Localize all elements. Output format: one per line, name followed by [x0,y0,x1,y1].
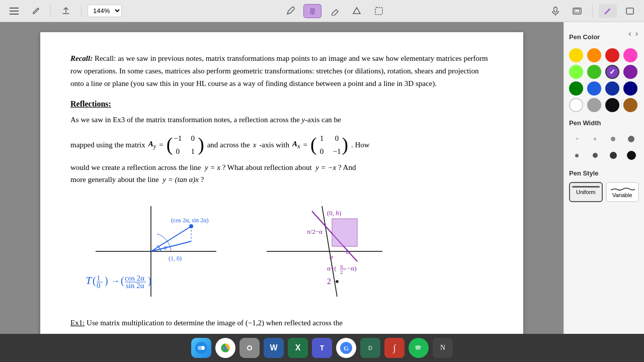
taskbar-spotify[interactable] [409,338,429,358]
equals-sign-1: = [159,139,163,151]
uniform-label: Uniform [576,189,596,195]
toolbar-separator-2 [81,5,82,17]
color-navy[interactable] [623,81,637,96]
color-green[interactable] [587,65,601,79]
svg-marker-35 [332,219,357,246]
taskbar-chrome[interactable] [215,338,235,358]
pen-tool-button[interactable] [281,4,299,18]
color-pink[interactable] [623,48,637,62]
svg-text:−α): −α) [347,264,356,272]
svg-text:π: π [340,263,343,269]
shape-tool-button[interactable] [348,4,366,18]
width-lg[interactable] [623,132,639,146]
matrix-formula-line: mapped using the matrix Ay = ( −1 0 0 1 … [70,132,493,157]
color-dark-blue[interactable] [605,81,619,96]
style-variable[interactable]: Variable [606,182,639,202]
equals-sign-2: = [303,139,307,151]
browser2-icon: G [339,341,353,355]
right-bracket-y: ) [198,135,204,154]
excel-icon-label: X [295,343,301,352]
zoom-selector[interactable]: 144% 100% 125% 150% [88,5,122,17]
style-uniform[interactable]: Uniform [569,182,603,202]
m-y-21: 0 [174,145,182,157]
color-gray[interactable] [587,98,601,112]
color-violet[interactable] [623,65,637,79]
svg-text:sin 2α: sin 2α [126,282,144,290]
color-yellow[interactable] [569,48,583,62]
right-bracket-x: ) [342,135,348,154]
taskbar-finder[interactable] [191,338,211,358]
eraser-button[interactable] [326,4,344,18]
color-red[interactable] [605,48,619,62]
svg-text:→: → [111,276,120,286]
selection-tool-button[interactable] [370,4,388,18]
m-x-11: 1 [317,132,326,144]
x-axis-ref: x [253,139,257,151]
svg-rect-2 [10,14,19,15]
check-mark: ✓ [610,68,615,76]
ex1-text: Use matrix multiplication to determine t… [87,319,343,327]
taskbar-browser2[interactable]: G [336,338,356,358]
svg-text:b: b [346,248,350,255]
svg-text:2: 2 [340,269,343,275]
ex1-label: Ex1: [70,319,85,327]
chevron-right-button[interactable]: › [634,29,639,38]
svg-point-19 [189,224,193,228]
color-orange[interactable] [587,48,601,62]
share-button[interactable] [57,4,75,18]
width-md[interactable] [605,132,621,146]
width-lg2[interactable] [605,148,621,162]
taskbar-system-prefs[interactable] [239,338,260,358]
taskbar-word[interactable]: W [264,338,284,358]
left-sketch: α (cos 2α, sin 2α) (1, 0) T ( 1 0 ) [70,196,226,307]
screen-button[interactable] [568,5,586,17]
color-white[interactable] [569,98,583,112]
app10-icon: N [440,344,445,352]
ex1-line: Ex1: Use matrix multiplication to determ… [70,317,493,329]
sidebar-toggle-button[interactable] [5,5,23,17]
width-xs[interactable] [569,132,585,146]
y-tan: y = (tan α)x [163,175,199,184]
system-prefs-icon [243,341,257,355]
pen-width-title: Pen Width [569,119,639,127]
document-page: Recall: Recall: as we saw in previous no… [40,32,523,334]
width-sm[interactable] [587,132,603,146]
reflections-title: Reflections: [70,98,493,111]
svg-text:T: T [86,274,93,287]
color-purple-selected[interactable]: ✓ [605,65,619,79]
svg-text:): ) [148,275,151,287]
document-area[interactable]: Recall: Recall: as we saw in previous no… [0,22,564,334]
toolbar-separator-3 [592,5,593,17]
tablet-button[interactable] [621,4,639,18]
taskbar-desmos[interactable]: D [360,338,380,358]
matrix-x: ( 1 0 0 −1 ) [310,132,348,157]
color-brown[interactable] [623,98,637,112]
microphone-button[interactable] [547,4,564,18]
edit-toggle-button[interactable] [27,5,44,18]
highlighter-button[interactable] [303,4,321,18]
color-black[interactable] [605,98,619,112]
left-bracket-x: ( [310,135,317,154]
m-x-22: −1 [333,145,341,157]
chevron-left-button[interactable]: ‹ [627,29,632,38]
svg-rect-3 [310,8,315,14]
width-sm2[interactable] [569,148,585,162]
A-x-label: Ax [292,138,300,151]
taskbar-teams[interactable]: T [312,338,332,358]
color-blue[interactable] [587,81,601,96]
spotify-icon [413,342,425,354]
svg-text:α: α [330,253,334,260]
color-light-green[interactable] [569,65,583,79]
svg-text:(: ( [121,275,124,287]
width-md2[interactable] [587,148,603,162]
recall-label: Recall: [70,54,93,62]
annotate-button[interactable] [599,4,617,18]
m-x-12: 0 [333,132,341,144]
taskbar-app8[interactable]: ∫ [384,338,405,358]
taskbar: W X T G D ∫ N [0,334,644,362]
width-xl[interactable] [623,148,639,162]
taskbar-excel[interactable]: X [288,338,308,358]
color-dark-green[interactable] [569,81,583,96]
svg-text:G: G [344,344,349,352]
taskbar-app10[interactable]: N [433,338,453,358]
